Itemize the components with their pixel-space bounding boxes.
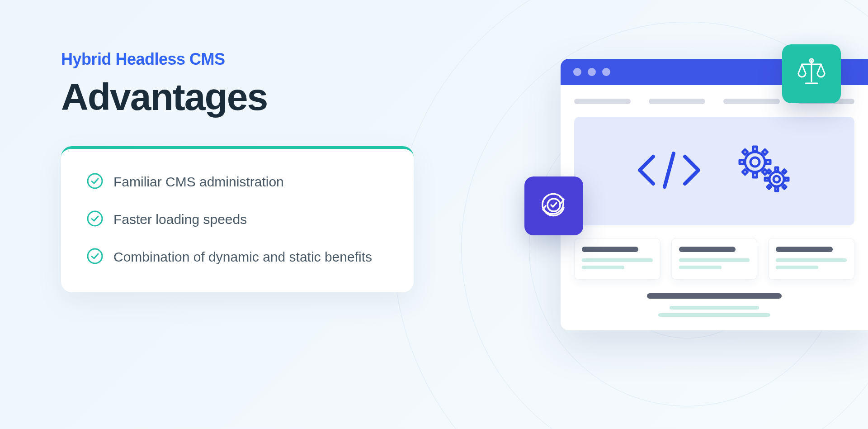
feature-label: Faster loading speeds <box>113 208 247 229</box>
svg-rect-12 <box>740 160 744 164</box>
footer-placeholder <box>574 293 854 317</box>
placeholder-bar <box>582 247 638 252</box>
feature-label: Combination of dynamic and static benefi… <box>113 246 372 267</box>
svg-rect-11 <box>753 173 757 177</box>
code-brackets-icon <box>633 145 705 197</box>
svg-rect-13 <box>766 160 770 164</box>
text-content: Hybrid Headless CMS Advantages Familiar … <box>61 50 414 292</box>
eyebrow-label: Hybrid Headless CMS <box>61 50 414 69</box>
placeholder-bar <box>679 258 750 262</box>
check-circle-icon <box>86 248 104 267</box>
feature-label: Familiar CMS administration <box>113 171 284 192</box>
refresh-badge <box>524 176 583 235</box>
placeholder-bar <box>574 99 631 104</box>
placeholder-bar <box>582 266 624 269</box>
check-circle-icon <box>86 210 104 229</box>
placeholder-bar <box>670 306 759 310</box>
svg-rect-25 <box>783 170 786 173</box>
placeholder-bar <box>649 99 705 104</box>
feature-item: Faster loading speeds <box>86 208 388 229</box>
mini-card <box>768 238 854 280</box>
illustration <box>524 59 868 376</box>
placeholder-bar <box>723 99 780 104</box>
svg-rect-24 <box>767 170 771 173</box>
svg-rect-22 <box>765 178 769 181</box>
check-circle-icon <box>86 172 104 191</box>
svg-rect-21 <box>775 187 778 191</box>
svg-point-18 <box>769 172 784 186</box>
placeholder-bar <box>679 266 722 269</box>
browser-body <box>561 85 868 330</box>
hero-panel <box>574 117 854 225</box>
svg-rect-16 <box>742 169 747 174</box>
scales-badge <box>782 44 841 103</box>
svg-rect-20 <box>775 167 778 171</box>
mini-card <box>671 238 758 280</box>
window-dot-icon <box>573 68 581 76</box>
svg-point-2 <box>88 249 102 263</box>
refresh-check-icon <box>536 187 572 225</box>
placeholder-bar <box>658 313 770 317</box>
placeholder-bar <box>776 247 832 252</box>
svg-rect-26 <box>767 185 771 189</box>
svg-point-8 <box>745 152 765 172</box>
placeholder-bar <box>776 266 818 269</box>
placeholder-bar <box>679 247 736 252</box>
feature-item: Familiar CMS administration <box>86 171 388 192</box>
feature-item: Combination of dynamic and static benefi… <box>86 246 388 267</box>
svg-rect-27 <box>783 185 786 189</box>
window-dot-icon <box>588 68 596 76</box>
svg-point-19 <box>774 176 780 182</box>
scales-icon <box>794 55 829 92</box>
svg-rect-23 <box>785 178 788 181</box>
svg-point-0 <box>88 174 102 188</box>
cards-row <box>574 238 854 280</box>
placeholder-bar <box>647 293 782 299</box>
advantages-card: Familiar CMS administration Faster loadi… <box>61 146 414 292</box>
svg-rect-15 <box>762 149 767 154</box>
placeholder-bar <box>582 258 653 262</box>
gears-icon <box>732 143 796 199</box>
svg-rect-10 <box>753 147 757 151</box>
svg-point-1 <box>88 211 102 226</box>
svg-rect-14 <box>742 149 747 154</box>
svg-line-7 <box>665 153 674 187</box>
placeholder-bar <box>776 258 847 262</box>
svg-point-9 <box>750 157 760 167</box>
page-title: Advantages <box>61 75 414 119</box>
mini-card <box>574 238 660 280</box>
window-dot-icon <box>602 68 610 76</box>
